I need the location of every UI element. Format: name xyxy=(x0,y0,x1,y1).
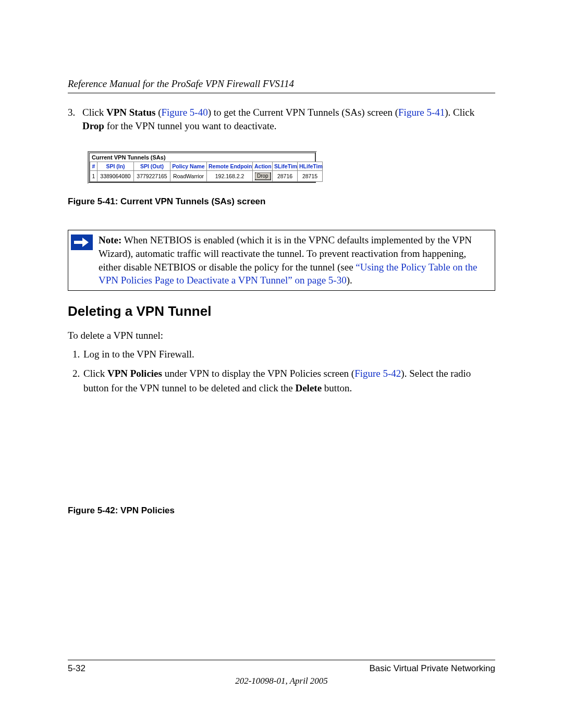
figure-link[interactable]: Figure 5-42 xyxy=(354,368,401,379)
steps-list: Log in to the VPN Firewall. Click VPN Po… xyxy=(68,347,495,396)
note-text: Note: When NETBIOS is enabled (which it … xyxy=(95,230,495,290)
text: button. xyxy=(322,382,352,393)
cell-spi-out: 3779227165 xyxy=(134,171,170,182)
bold-text: VPN Status xyxy=(106,107,155,118)
col-action: Action xyxy=(253,162,273,171)
step-number: 3. xyxy=(68,106,82,132)
section-heading: Deleting a VPN Tunnel xyxy=(68,303,495,319)
text: ( xyxy=(155,107,161,118)
col-spi-in: SPI (In) xyxy=(97,162,134,171)
figure-caption-41: Figure 5-41: Current VPN Tunnels (SAs) s… xyxy=(68,196,495,207)
table-header-row: # SPI (In) SPI (Out) Policy Name Remote … xyxy=(90,162,323,171)
figure-caption-42: Figure 5-42: VPN Policies xyxy=(68,505,495,516)
note-label: Note: xyxy=(99,235,121,245)
step-body: Click VPN Status (Figure 5-40) to get th… xyxy=(82,106,495,132)
text: ) to get the Current VPN Tunnels (SAs) s… xyxy=(208,107,398,118)
section-name: Basic Virtual Private Networking xyxy=(369,663,495,674)
figure-link[interactable]: Figure 5-41 xyxy=(398,107,445,118)
sa-table-title: Current VPN Tunnels (SAs) xyxy=(90,153,315,162)
table-row: 1 3389064080 3779227165 RoadWarrior 192.… xyxy=(90,171,323,182)
cell-endpoint: 192.168.2.2 xyxy=(207,171,253,182)
cell-hlife: 28715 xyxy=(298,171,323,182)
step-1: Log in to the VPN Firewall. xyxy=(82,347,495,362)
col-endpoint: Remote Endpoint xyxy=(207,162,253,171)
col-spi-out: SPI (Out) xyxy=(134,162,170,171)
text: for the VPN tunnel you want to deactivat… xyxy=(104,120,277,131)
arrow-icon xyxy=(71,235,93,250)
bold-text: Delete xyxy=(295,382,322,393)
cell-spi-in: 3389064080 xyxy=(97,171,134,182)
text: ). xyxy=(347,275,352,286)
bold-text: VPN Policies xyxy=(107,368,162,379)
sa-table: # SPI (In) SPI (Out) Policy Name Remote … xyxy=(90,162,323,182)
cell-action: Drop xyxy=(253,171,273,182)
col-num: # xyxy=(90,162,97,171)
col-slife: SLifeTime xyxy=(273,162,298,171)
text: Click xyxy=(82,107,106,118)
note-box: Note: When NETBIOS is enabled (which it … xyxy=(68,230,495,291)
page-footer: 5-32 Basic Virtual Private Networking 20… xyxy=(68,660,495,686)
page-number: 5-32 xyxy=(68,663,85,674)
sa-screenshot: Current VPN Tunnels (SAs) # SPI (In) SPI… xyxy=(88,151,317,184)
col-hlife: HLifeTime xyxy=(298,162,323,171)
step-3: 3. Click VPN Status (Figure 5-40) to get… xyxy=(68,106,495,132)
text: ). Click xyxy=(445,107,474,118)
text: under VPN to display the VPN Policies sc… xyxy=(162,368,354,379)
figure-link[interactable]: Figure 5-40 xyxy=(161,107,207,118)
drop-button[interactable]: Drop xyxy=(254,172,271,180)
doc-header: Reference Manual for the ProSafe VPN Fir… xyxy=(68,78,495,93)
cell-policy: RoadWarrior xyxy=(170,171,207,182)
col-policy: Policy Name xyxy=(170,162,207,171)
note-icon-cell xyxy=(68,230,95,290)
intro-paragraph: To delete a VPN tunnel: xyxy=(68,329,495,342)
cell-slife: 28716 xyxy=(273,171,298,182)
step-2: Click VPN Policies under VPN to display … xyxy=(82,366,495,396)
cell-num: 1 xyxy=(90,171,97,182)
bold-text: Drop xyxy=(82,120,104,131)
doc-date: 202-10098-01, April 2005 xyxy=(68,676,495,686)
text: Click xyxy=(83,368,107,379)
